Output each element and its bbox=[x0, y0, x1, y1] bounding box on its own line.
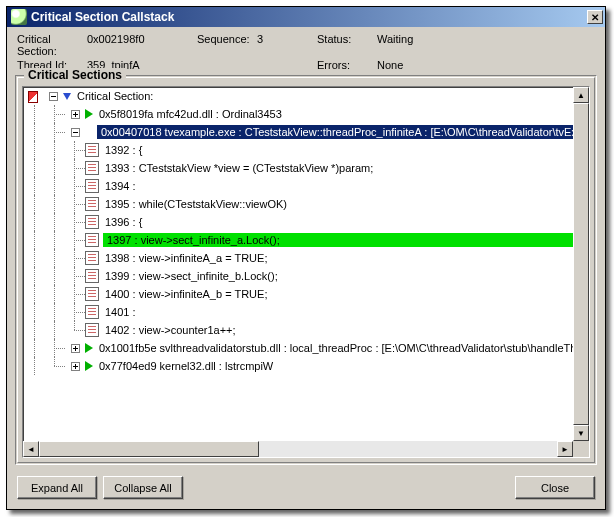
status-label: Status: bbox=[317, 33, 377, 57]
document-icon bbox=[85, 251, 99, 265]
titlebar[interactable]: Critical Section Callstack ✕ bbox=[7, 7, 605, 27]
scroll-left-icon[interactable]: ◄ bbox=[23, 441, 39, 457]
tree-row[interactable]: 0x00407018 tvexample.exe : CTeststakView… bbox=[23, 123, 573, 141]
horizontal-scrollbar[interactable]: ◄ ► bbox=[23, 441, 573, 457]
collapse-all-button[interactable]: Collapse All bbox=[103, 476, 183, 499]
document-icon bbox=[85, 269, 99, 283]
tree-label: 1402 : view->counter1a++; bbox=[103, 324, 236, 336]
scroll-right-icon[interactable]: ► bbox=[557, 441, 573, 457]
scroll-corner bbox=[573, 441, 589, 457]
tree-row[interactable]: 0x77f04ed9 kernel32.dll : lstrcmpiW bbox=[23, 357, 573, 375]
tree-row[interactable]: 1400 : view->infiniteA_b = TRUE; bbox=[23, 285, 573, 303]
tree-label: 1401 : bbox=[103, 306, 136, 318]
tree[interactable]: Critical Section:0x5f8019fa mfc42ud.dll … bbox=[23, 87, 573, 441]
status-value: Waiting bbox=[377, 33, 467, 57]
hscroll-thumb[interactable] bbox=[39, 441, 259, 457]
seq-label: Sequence: bbox=[197, 33, 257, 57]
group-label: Critical Sections bbox=[24, 68, 126, 82]
document-icon bbox=[85, 179, 99, 193]
vertical-scrollbar[interactable]: ▲ ▼ bbox=[573, 87, 589, 441]
tree-label: 1392 : { bbox=[103, 144, 142, 156]
triangle-down-icon bbox=[63, 93, 71, 100]
errors-value: None bbox=[377, 59, 467, 71]
tree-label: 0x77f04ed9 kernel32.dll : lstrcmpiW bbox=[97, 360, 273, 372]
expand-toggle[interactable] bbox=[65, 339, 85, 357]
tree-row[interactable]: 1394 : bbox=[23, 177, 573, 195]
window-title: Critical Section Callstack bbox=[31, 10, 587, 24]
tree-row[interactable]: 1395 : while(CTeststakView::viewOK) bbox=[23, 195, 573, 213]
tree-row[interactable]: 1392 : { bbox=[23, 141, 573, 159]
document-icon bbox=[85, 305, 99, 319]
document-icon bbox=[85, 323, 99, 337]
play-icon bbox=[85, 109, 93, 119]
tree-row[interactable]: 1402 : view->counter1a++; bbox=[23, 321, 573, 339]
tree-label: 1398 : view->infiniteA_a = TRUE; bbox=[103, 252, 267, 264]
document-icon bbox=[85, 143, 99, 157]
document-icon bbox=[85, 287, 99, 301]
window: Critical Section Callstack ✕ Critical Se… bbox=[6, 6, 606, 510]
play-icon bbox=[85, 361, 93, 371]
tree-root[interactable]: Critical Section: bbox=[23, 87, 573, 105]
expand-toggle[interactable] bbox=[65, 123, 85, 141]
errors-label: Errors: bbox=[317, 59, 377, 71]
tree-row[interactable]: 1398 : view->infiniteA_a = TRUE; bbox=[23, 249, 573, 267]
tree-label: 1399 : view->sect_infinite_b.Lock(); bbox=[103, 270, 278, 282]
critsec-value: 0x002198f0 bbox=[87, 33, 197, 57]
critical-sections-group: Critical Sections Critical Section:0x5f8… bbox=[15, 75, 597, 465]
vscroll-thumb[interactable] bbox=[573, 103, 589, 425]
app-icon bbox=[11, 9, 27, 25]
expand-toggle[interactable] bbox=[65, 357, 85, 375]
tree-row[interactable]: 1397 : view->sect_infinite_a.Lock(); bbox=[23, 231, 573, 249]
tree-label: 0x00407018 tvexample.exe : CTeststakView… bbox=[99, 126, 573, 138]
tree-label: 1393 : CTeststakView *view = (CTeststakV… bbox=[103, 162, 373, 174]
document-icon bbox=[85, 215, 99, 229]
tree-row[interactable]: 1399 : view->sect_infinite_b.Lock(); bbox=[23, 267, 573, 285]
tree-row[interactable]: 1393 : CTeststakView *view = (CTeststakV… bbox=[23, 159, 573, 177]
document-icon bbox=[85, 233, 99, 247]
document-icon bbox=[85, 161, 99, 175]
close-icon[interactable]: ✕ bbox=[587, 10, 603, 24]
tree-label: 1396 : { bbox=[103, 216, 142, 228]
expand-toggle[interactable] bbox=[65, 105, 85, 123]
tree-label: 1397 : view->sect_infinite_a.Lock(); bbox=[105, 234, 280, 246]
scroll-up-icon[interactable]: ▲ bbox=[573, 87, 589, 103]
expand-all-button[interactable]: Expand All bbox=[17, 476, 97, 499]
scroll-down-icon[interactable]: ▼ bbox=[573, 425, 589, 441]
tree-label: 0x5f8019fa mfc42ud.dll : Ordinal3453 bbox=[97, 108, 282, 120]
seq-value: 3 bbox=[257, 33, 317, 57]
close-button[interactable]: Close bbox=[515, 476, 595, 499]
button-bar: Expand All Collapse All Close bbox=[17, 476, 595, 499]
critsec-label: Critical Section: bbox=[17, 33, 87, 57]
tree-container: Critical Section:0x5f8019fa mfc42ud.dll … bbox=[22, 86, 590, 458]
tree-row[interactable]: 1401 : bbox=[23, 303, 573, 321]
tree-row[interactable]: 0x5f8019fa mfc42ud.dll : Ordinal3453 bbox=[23, 105, 573, 123]
tree-label: 1395 : while(CTeststakView::viewOK) bbox=[103, 198, 287, 210]
document-icon bbox=[85, 197, 99, 211]
tree-label: 1394 : bbox=[103, 180, 136, 192]
tree-row[interactable]: 1396 : { bbox=[23, 213, 573, 231]
tree-row[interactable]: 0x1001fb5e svlthreadvalidatorstub.dll : … bbox=[23, 339, 573, 357]
tree-label: 0x1001fb5e svlthreadvalidatorstub.dll : … bbox=[97, 342, 573, 354]
play-icon bbox=[85, 343, 93, 353]
expand-toggle[interactable] bbox=[43, 87, 63, 105]
tree-label: Critical Section: bbox=[75, 90, 153, 102]
tree-label: 1400 : view->infiniteA_b = TRUE; bbox=[103, 288, 267, 300]
root-icon bbox=[25, 89, 39, 103]
